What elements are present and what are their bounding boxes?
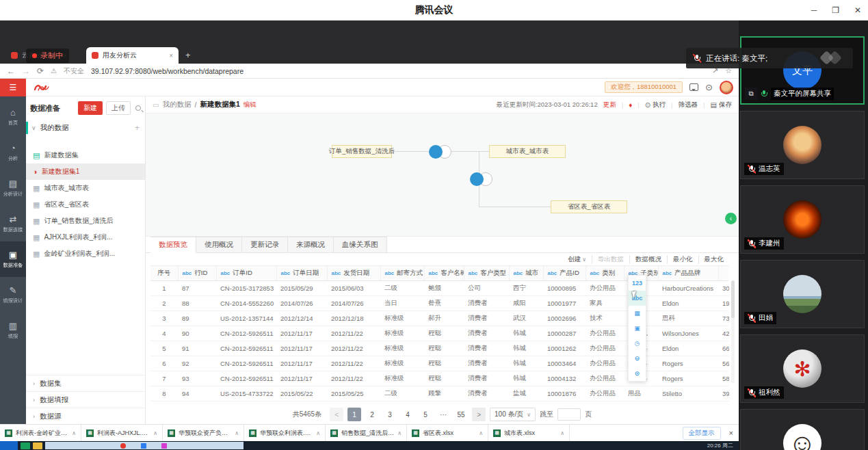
search-icon[interactable] <box>135 105 141 111</box>
download-file-chip[interactable]: ▦ 利润表-AJHXJL.xlsx ∧ <box>81 425 163 442</box>
field-type-option[interactable]: abc <box>629 291 646 306</box>
preview-tab[interactable]: 数据预览 <box>150 237 196 253</box>
taskbar-app-icon[interactable] <box>161 443 167 449</box>
show-all-button[interactable]: 全部显示 <box>683 427 721 440</box>
close-icon[interactable]: ✕ <box>854 5 861 15</box>
minimize-panel-button[interactable]: 最小化 <box>668 255 699 264</box>
flow-node-province[interactable]: 省区表_省区表 <box>551 200 627 213</box>
menu-icon[interactable]: ☰ <box>0 79 26 96</box>
field-type-option[interactable]: ⊖ <box>629 351 646 366</box>
field-type-option[interactable]: ⊙ <box>629 366 646 381</box>
join-node-1[interactable] <box>429 145 443 159</box>
page-number-button[interactable]: 2 <box>365 408 379 421</box>
flow-node-city[interactable]: 城市表_城市表 <box>489 145 566 158</box>
sidebar-nav-item[interactable]: ◔ 分析 <box>0 135 26 170</box>
chevron-up-icon[interactable]: ∧ <box>235 430 239 436</box>
maximize-panel-button[interactable]: 最大化 <box>699 255 730 264</box>
dataset-list-item[interactable]: ◑ 新建数据集1 <box>26 163 145 180</box>
sidebar-nav-item[interactable]: ⌂ 首页 <box>0 99 26 135</box>
dataset-list-item[interactable]: ▦ 金岭矿业利润表_利润... <box>26 246 145 262</box>
page-size-select[interactable]: 100 条/页∨ <box>490 408 536 421</box>
column-header[interactable] <box>718 266 729 281</box>
pin-icon[interactable]: ♦ <box>629 101 632 109</box>
jump-page-input[interactable] <box>557 408 581 421</box>
url-text[interactable]: 39.107.92.97:8080/web/workbench/dataprep… <box>91 67 705 75</box>
column-header[interactable]: abc类别 <box>586 266 624 281</box>
participant-tile[interactable] <box>740 409 865 450</box>
column-header[interactable]: abc城市 <box>509 266 543 281</box>
page-number-button[interactable]: 5 <box>419 408 432 421</box>
chevron-up-icon[interactable]: ∧ <box>316 430 320 436</box>
taskbar-window-buttons[interactable] <box>45 442 244 449</box>
field-type-option[interactable]: 123 <box>629 276 646 291</box>
dataset-list-item[interactable]: ▦ 订单_销售数据_清洗后 <box>26 213 145 229</box>
column-header[interactable]: abc发货日期 <box>327 266 380 281</box>
column-header[interactable]: abc客户名称 <box>424 266 464 281</box>
page-number-button[interactable]: 1 <box>347 408 361 421</box>
column-header[interactable]: abc产品品牌 <box>658 266 718 281</box>
table-scrollbar[interactable] <box>731 280 735 383</box>
download-file-chip[interactable]: ▦ 销售数据_清洗后.xlsx ∧ <box>326 425 407 442</box>
sidebar-nav-item[interactable]: ▤ 分析设计 <box>0 170 26 206</box>
preview-tab[interactable]: 使用概况 <box>196 237 242 253</box>
chevron-up-icon[interactable]: ∧ <box>397 430 402 436</box>
maximize-icon[interactable]: ❐ <box>832 5 839 15</box>
downloads-close-icon[interactable]: × <box>729 429 733 437</box>
chevron-up-icon[interactable]: ∧ <box>72 430 76 436</box>
flow-node-orders[interactable]: 订单_销售数据_清洗后 <box>332 145 392 158</box>
tab2-close-icon[interactable]: × <box>169 52 173 59</box>
feedback-button[interactable]: ‹ <box>725 213 737 224</box>
page-number-button[interactable]: 3 <box>383 408 397 421</box>
chevron-up-icon[interactable]: ∧ <box>479 430 483 436</box>
column-header[interactable]: abc邮寄方式 <box>380 266 424 281</box>
column-header[interactable]: 序号 <box>150 266 178 281</box>
message-icon[interactable] <box>689 83 698 91</box>
my-data-group[interactable]: ∨ 我的数据 + <box>26 120 145 136</box>
security-label[interactable]: 不安全 <box>64 66 84 76</box>
sidebar-nav-item[interactable]: ✎ 填报设计 <box>0 277 26 313</box>
preview-tab[interactable]: 血缘关系图 <box>334 237 387 253</box>
download-file-chip[interactable]: ▦ 城市表.xlsx ∧ <box>488 425 570 442</box>
taskbar-app-icon[interactable] <box>21 442 30 449</box>
filter-button[interactable]: 筛选器 <box>679 101 698 109</box>
page-number-button[interactable]: 4 <box>401 408 415 421</box>
preview-tab[interactable]: 来源概况 <box>288 237 334 253</box>
panel-section[interactable]: › 数据源 <box>26 408 145 424</box>
refresh-link[interactable]: 更新 <box>603 101 616 109</box>
chevron-up-icon[interactable]: ∧ <box>153 430 157 436</box>
dataset-list-item[interactable]: ▦ 省区表_省区表 <box>26 196 145 213</box>
field-type-option[interactable]: ▣ <box>629 321 646 336</box>
chevron-up-icon[interactable]: ∧ <box>560 430 564 436</box>
participant-tile[interactable]: 温志英 <box>740 111 865 179</box>
minimize-icon[interactable]: ─ <box>811 5 817 15</box>
panel-section[interactable]: › 数据集 <box>26 375 145 391</box>
column-header[interactable]: abc客户类型 <box>464 266 509 281</box>
field-type-option[interactable]: ▦ <box>629 306 646 321</box>
download-file-chip[interactable]: ▦ 华预联众利润表.xlsx ∧ <box>244 425 326 442</box>
page-number-button[interactable]: ··· <box>436 408 450 421</box>
forward-icon[interactable]: → <box>22 66 30 76</box>
upload-button[interactable]: 上传 <box>106 101 131 115</box>
download-file-chip[interactable]: ▦ 利润表-金岭矿业.xlsx ∧ <box>0 425 81 442</box>
taskbar-app-icon[interactable] <box>141 443 146 449</box>
page-number-button[interactable]: 55 <box>454 408 468 421</box>
column-header[interactable]: abc产品ID <box>543 266 586 281</box>
preview-tab[interactable]: 更新记录 <box>242 237 288 253</box>
taskbar-recorder-icon[interactable] <box>120 443 126 449</box>
breadcrumb-root[interactable]: 我的数据 <box>162 100 191 109</box>
participant-tile[interactable]: 祖利然 <box>740 334 865 403</box>
column-header[interactable]: abc订单ID <box>216 266 276 281</box>
sidebar-nav-item[interactable]: ▥ 填报 <box>0 313 26 348</box>
participant-tile[interactable]: 田娟 <box>740 260 865 328</box>
user-avatar[interactable] <box>720 81 733 94</box>
column-header[interactable]: abc订单日期 <box>276 266 327 281</box>
sidebar-nav-item[interactable]: ⇄ 数据连接 <box>0 206 26 241</box>
participant-tile[interactable]: 李建州 <box>740 185 865 254</box>
new-tab-button[interactable]: + <box>185 50 191 60</box>
dataset-list-item[interactable]: ▦ AJHXJL利润表_利润... <box>26 229 145 246</box>
dataset-list-item[interactable]: ▤ 新建数据集 <box>26 147 145 163</box>
sidebar-nav-item[interactable]: ▣ 数据准备 <box>0 241 26 277</box>
next-page-button[interactable]: > <box>472 408 486 421</box>
run-button[interactable]: ⊙执行 <box>645 101 666 109</box>
back-icon[interactable]: ← <box>7 66 15 76</box>
